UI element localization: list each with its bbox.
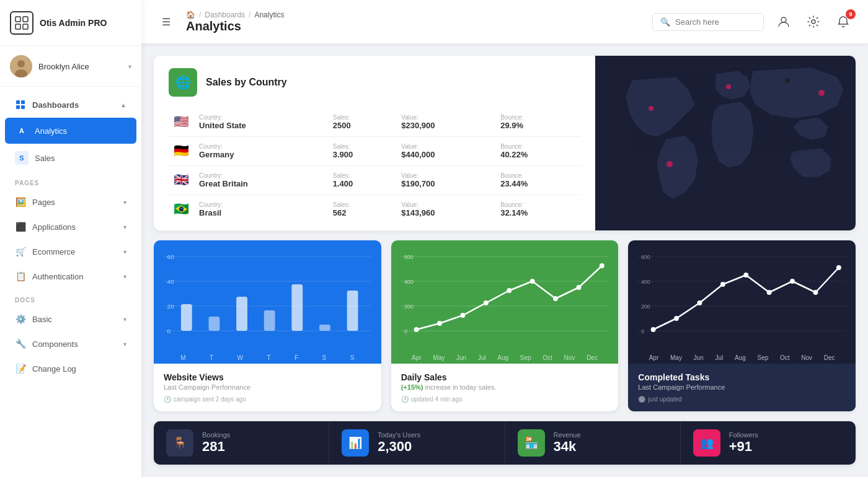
sidebar-item-ecommerce[interactable]: 🛒 Ecommerce ▾: [5, 240, 136, 263]
authentication-label: Authentication: [32, 272, 117, 281]
stat-item: 📊 Today's Users 2,300: [329, 421, 505, 465]
daily-sales-chart: 600 400 200 0: [391, 240, 619, 364]
auth-icon: 📋: [15, 271, 26, 282]
sidebar-item-components[interactable]: 🔧 Components ▾: [5, 332, 136, 356]
completed-tasks-card: 600 400 200 0: [628, 240, 856, 411]
pages-nav-label: Pages: [32, 198, 117, 207]
svg-text:0: 0: [167, 328, 171, 335]
svg-point-44: [484, 300, 489, 305]
stat-item: 👥 Followers +91: [681, 421, 856, 465]
svg-point-63: [767, 290, 772, 295]
sidebar-item-dashboards[interactable]: Dashboards ▲: [5, 93, 136, 116]
sales-badge: S: [15, 151, 29, 165]
components-chevron-icon: ▾: [123, 341, 126, 348]
stat-info: Bookings 281: [202, 431, 230, 455]
stat-icon: 👥: [693, 429, 720, 457]
stat-info: Followers +91: [729, 431, 758, 455]
country-table: 🇺🇸 Country: United State Sales: 2500 Val…: [169, 108, 580, 224]
sidebar-item-changelog[interactable]: 📝 Change Log: [5, 357, 136, 380]
svg-text:40: 40: [167, 279, 174, 285]
sidebar: Otis Admin PRO Brooklyn Alice ▾ Dashboar…: [0, 0, 141, 477]
stat-icon: 🏪: [518, 429, 545, 457]
components-label: Components: [32, 339, 117, 349]
svg-rect-9: [16, 105, 20, 109]
applications-icon: ⬛: [15, 221, 26, 232]
svg-rect-27: [209, 317, 220, 331]
search-input[interactable]: [675, 17, 756, 27]
dashboards-icon: [15, 99, 26, 110]
basic-chevron-icon: ▾: [123, 316, 126, 323]
svg-point-61: [720, 282, 725, 287]
daily-sales-subtitle: (+15%) increase in today sales.: [401, 383, 609, 391]
sidebar-item-applications[interactable]: ⬛ Applications ▾: [5, 215, 136, 239]
notification-count-badge: 9: [846, 9, 856, 19]
svg-rect-29: [264, 310, 275, 331]
website-views-chart: 60 40 20 0 M T: [154, 240, 381, 364]
svg-text:200: 200: [641, 304, 650, 310]
charts-row: 60 40 20 0 M T: [154, 240, 856, 411]
svg-text:0: 0: [641, 328, 644, 335]
hamburger-button[interactable]: ☰: [156, 12, 176, 32]
sales-table-side: 🌐 Sales by Country 🇺🇸 Country: United St…: [154, 56, 595, 230]
notifications-button[interactable]: 9: [833, 12, 853, 32]
svg-text:200: 200: [404, 304, 414, 310]
sales-globe-icon: 🌐: [169, 68, 197, 97]
table-row: 🇺🇸 Country: United State Sales: 2500 Val…: [169, 108, 580, 137]
completed-tasks-title: Completed Tasks: [638, 372, 846, 382]
svg-text:20: 20: [167, 304, 174, 310]
world-map: [595, 56, 856, 230]
svg-rect-30: [291, 284, 303, 331]
search-box[interactable]: 🔍: [652, 13, 764, 31]
sidebar-item-authentication[interactable]: 📋 Authentication ▾: [5, 265, 136, 288]
logo-icon: [10, 11, 33, 35]
sidebar-logo: Otis Admin PRO: [0, 0, 141, 46]
svg-point-60: [698, 300, 702, 305]
user-profile[interactable]: Brooklyn Alice ▾: [0, 46, 141, 87]
svg-text:400: 400: [404, 279, 414, 285]
svg-point-48: [576, 285, 581, 290]
ecommerce-label: Ecommerce: [32, 247, 117, 256]
sidebar-item-basic[interactable]: ⚙️ Basic ▾: [5, 307, 136, 331]
applications-label: Applications: [32, 222, 117, 232]
svg-rect-0: [16, 17, 20, 22]
svg-point-13: [649, 106, 653, 111]
svg-text:0: 0: [404, 328, 407, 335]
daily-sales-meta: 🕐 updated 4 min ago: [401, 396, 609, 403]
header-title-area: 🏠 / Dashboards / Analytics Analytics: [186, 11, 284, 33]
breadcrumb: 🏠 / Dashboards / Analytics: [186, 11, 284, 19]
svg-rect-2: [16, 24, 20, 29]
website-views-card: 60 40 20 0 M T: [154, 240, 381, 411]
sales-card-title: Sales by Country: [206, 77, 287, 88]
settings-icon[interactable]: [804, 12, 823, 32]
sidebar-item-pages[interactable]: 🖼️ Pages ▾: [5, 190, 136, 214]
svg-point-59: [674, 316, 679, 321]
sidebar-item-sales[interactable]: S Sales: [5, 145, 136, 171]
profile-icon[interactable]: [774, 12, 794, 32]
table-row: 🇬🇧 Country: Great Britain Sales: 1.400 V…: [169, 166, 580, 195]
website-views-title: Website Views: [164, 372, 371, 382]
website-views-footer: Website Views Last Campaign Performance …: [154, 364, 381, 411]
table-row: 🇧🇷 Country: Brasil Sales: 562 Value: $14…: [169, 195, 580, 224]
stat-value: +91: [729, 439, 758, 455]
svg-rect-1: [23, 17, 28, 22]
svg-point-46: [529, 279, 534, 284]
daily-sales-highlight: (+15%): [401, 383, 423, 391]
page-title: Analytics: [186, 19, 284, 33]
basic-label: Basic: [32, 315, 117, 324]
sidebar-item-analytics[interactable]: A Analytics: [5, 118, 136, 144]
svg-text:600: 600: [404, 254, 414, 260]
svg-rect-7: [16, 100, 20, 104]
header-right: 🔍 9: [652, 12, 853, 32]
flag-icon: 🇬🇧: [174, 173, 189, 186]
daily-sales-card: 600 400 200 0: [391, 240, 619, 411]
sales-label: Sales: [35, 154, 126, 163]
stat-label: Bookings: [202, 431, 230, 439]
stat-value: 34k: [554, 439, 581, 455]
avatar: [10, 55, 32, 77]
daily-sales-x-labels: Apr May Jun Jul Aug Sep Oct Nov Dec: [401, 352, 609, 364]
stat-info: Revenue 34k: [554, 431, 581, 455]
pages-section-label: PAGES: [0, 172, 141, 189]
breadcrumb-home-icon: 🏠: [186, 11, 195, 19]
docs-section-label: DOCS: [0, 289, 141, 306]
breadcrumb-dashboards: Dashboards: [205, 11, 245, 19]
